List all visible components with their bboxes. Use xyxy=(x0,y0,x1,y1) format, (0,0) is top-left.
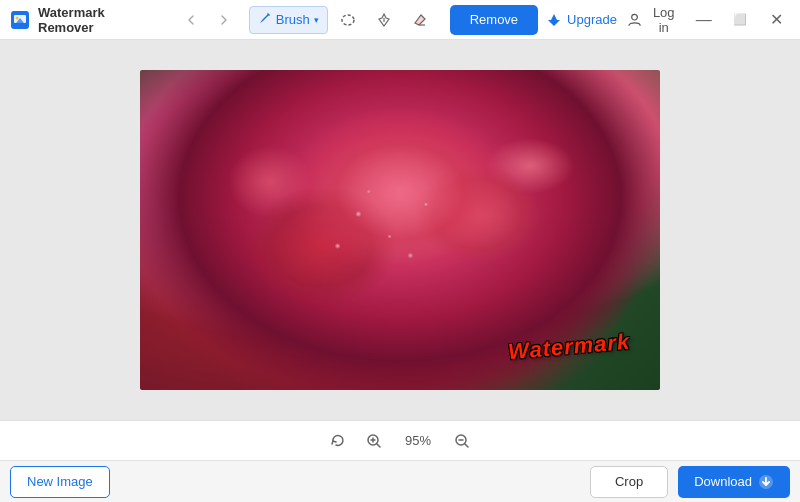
right-controls: Upgrade Log in — ⬜ ✕ xyxy=(546,5,790,35)
brush-tool-button[interactable]: Brush ▾ xyxy=(249,6,328,34)
right-footer-buttons: Crop Download xyxy=(590,466,790,498)
new-image-button[interactable]: New Image xyxy=(10,466,110,498)
remove-button[interactable]: Remove xyxy=(450,5,538,35)
zoom-in-button[interactable] xyxy=(362,429,386,453)
nav-back-button[interactable] xyxy=(178,7,203,33)
lasso-tool-button[interactable] xyxy=(332,6,364,34)
nav-forward-button[interactable] xyxy=(211,7,236,33)
download-button[interactable]: Download xyxy=(678,466,790,498)
app-logo-icon xyxy=(10,10,30,30)
window-maximize-button[interactable]: ⬜ xyxy=(727,6,754,34)
svg-point-4 xyxy=(342,15,354,25)
main-canvas: Watermark xyxy=(0,40,800,420)
zoom-level-label: 95% xyxy=(398,433,438,448)
login-button[interactable]: Log in xyxy=(627,5,680,35)
maximize-icon: ⬜ xyxy=(733,13,747,26)
download-label: Download xyxy=(694,474,752,489)
erase-icon xyxy=(412,12,428,28)
svg-point-8 xyxy=(632,14,638,20)
lasso-icon xyxy=(340,12,356,28)
svg-line-12 xyxy=(377,444,380,447)
svg-line-15 xyxy=(465,444,468,447)
brush-icon xyxy=(258,11,272,28)
app-title: Watermark Remover xyxy=(38,5,160,35)
upgrade-button[interactable]: Upgrade xyxy=(546,12,617,28)
zoom-out-button[interactable] xyxy=(450,429,474,453)
zoom-in-icon xyxy=(366,433,382,449)
svg-marker-7 xyxy=(548,14,560,26)
bottom-toolbar: 95% xyxy=(0,420,800,460)
brush-dropdown-icon: ▾ xyxy=(314,15,319,25)
close-icon: ✕ xyxy=(770,10,783,29)
pin-tool-button[interactable] xyxy=(368,6,400,34)
user-icon xyxy=(627,12,642,28)
zoom-reset-button[interactable] xyxy=(326,429,350,453)
upgrade-label: Upgrade xyxy=(567,12,617,27)
pin-icon xyxy=(376,12,392,28)
zoom-out-icon xyxy=(454,433,470,449)
image-container: Watermark xyxy=(140,70,660,390)
erase-tool-button[interactable] xyxy=(404,6,436,34)
brush-label: Brush xyxy=(276,12,310,27)
upgrade-icon xyxy=(546,12,562,28)
footer-bar: New Image Crop Download xyxy=(0,460,800,502)
zoom-reset-icon xyxy=(330,433,346,449)
crop-button[interactable]: Crop xyxy=(590,466,668,498)
login-label: Log in xyxy=(647,5,680,35)
svg-point-2 xyxy=(16,16,19,19)
tool-group: Brush ▾ xyxy=(249,6,436,34)
titlebar: Watermark Remover Brush ▾ xyxy=(0,0,800,40)
window-minimize-button[interactable]: — xyxy=(690,6,717,34)
window-close-button[interactable]: ✕ xyxy=(763,6,790,34)
download-icon xyxy=(758,474,774,490)
minimize-icon: — xyxy=(696,11,712,29)
